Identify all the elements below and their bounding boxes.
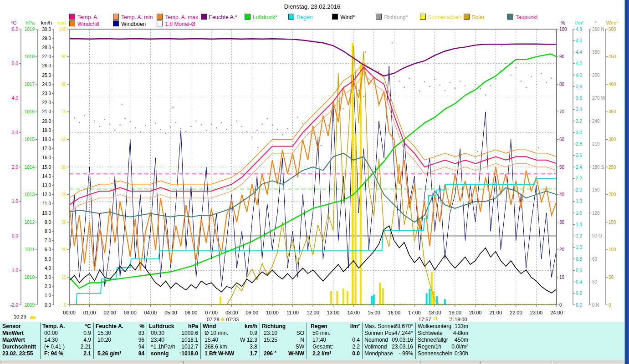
axis-label: 01:00 — [83, 310, 96, 315]
axis-label: 22:00 — [510, 310, 522, 315]
axis-label: 3.2 — [576, 119, 582, 124]
axis-label: 08:00 — [225, 310, 238, 315]
table-divider — [147, 323, 147, 359]
axis-label: 5.0 — [45, 257, 51, 262]
axis-label: 240 — [592, 119, 600, 124]
axis-label: 18:00 — [429, 310, 441, 315]
axis-label: 6.0 — [45, 247, 51, 252]
axis-label: 7.0 — [45, 238, 51, 243]
axis-label: 30 — [559, 220, 565, 225]
axis-label: 25.0 — [42, 73, 51, 78]
table-cell: 450m — [440, 337, 468, 343]
table-cell: 1018.1 — [157, 337, 198, 343]
table-cell: 0.0l/m² — [440, 344, 468, 350]
axis-label: 21:00 — [489, 310, 502, 315]
table-cell: MinWert — [2, 330, 24, 336]
window-edge — [624, 0, 629, 364]
axis-label: 03:00 — [124, 310, 137, 315]
axis-label: 3.8 — [576, 84, 582, 89]
status-bar-segment — [183, 361, 419, 364]
table-cell: Wind — [203, 323, 216, 329]
axis-label: km/h — [41, 20, 52, 25]
table-cell: 0:30h — [440, 350, 468, 357]
axis-label: 2.0 — [576, 187, 582, 192]
axis-label: 60 — [61, 137, 67, 142]
axis-label: 8.0 — [45, 229, 51, 234]
axis-label: 22.0 — [42, 100, 51, 105]
table-cell: MaxWert — [2, 337, 25, 343]
table-cell: 0.9 — [216, 330, 257, 336]
axis-label: 30.0 — [42, 27, 51, 32]
table-cell: 2.1 — [50, 350, 91, 357]
axis-label: -2.0 — [10, 303, 19, 308]
axis-label: 1.2 — [576, 233, 582, 238]
axis-label: 0 — [559, 303, 562, 308]
axis-label: 18.0 — [42, 137, 51, 142]
axis-label: 0.0 — [45, 303, 51, 308]
table-cell: hPa — [166, 323, 198, 329]
axis-label: 05:00 — [164, 310, 177, 315]
table-cell: 83 — [103, 330, 144, 336]
table-cell: N — [263, 337, 304, 343]
axis-label: 500 — [609, 27, 616, 32]
axis-label: 17:00 — [408, 310, 421, 315]
axis-label: 180 S — [592, 165, 604, 170]
table-cell: ↑1018.0 — [157, 350, 198, 357]
axis-label: 4.6 — [576, 38, 582, 43]
table-cell: 94 — [103, 344, 144, 350]
axis-label: 2.0 — [12, 165, 18, 170]
axis-label: 11.0 — [42, 201, 51, 206]
axis-label: 07:00 — [205, 310, 218, 315]
table-cell: l/m² — [328, 323, 360, 329]
axis-label: 0 — [64, 303, 66, 308]
table-cell: % — [113, 323, 144, 329]
axis-label: 3.6 — [576, 96, 582, 101]
axis-label: 40 — [559, 192, 565, 197]
table-cell: W 12.3 — [216, 337, 257, 343]
axis-label: 1019 — [25, 27, 35, 32]
axis-label: 00:00 — [63, 310, 76, 315]
axis-label: 15.0 — [42, 165, 51, 170]
table-cell: 96 — [103, 337, 144, 343]
axis-label: 0.0 — [576, 303, 582, 308]
axis-label: 28.0 — [42, 45, 51, 50]
axis-label: 0 N — [592, 303, 599, 308]
axis-label: 4.0 — [576, 73, 582, 78]
table-cell: Richtung — [262, 323, 286, 329]
axis-label: 14:00 — [347, 310, 360, 315]
axis-label: 07:28 — [207, 317, 220, 322]
axis-label: 400 — [609, 82, 616, 87]
table-divider — [93, 323, 94, 359]
axis-label: 23.0 — [42, 91, 51, 96]
axis-label: 0.4 — [576, 279, 582, 284]
axis-label: 3.0 — [12, 130, 18, 135]
axis-label: °C — [11, 20, 16, 25]
axis-label: 26.0 — [42, 63, 51, 68]
axis-label: 12.0 — [42, 192, 51, 197]
axis-label: 20.0 — [42, 119, 51, 124]
table-cell: 09.03.16 — [381, 337, 413, 343]
table-cell: -47,244° — [381, 330, 413, 336]
axis-label: 24:00 — [550, 310, 563, 315]
axis-label: 90 — [559, 54, 565, 59]
axis-label: 50 — [61, 165, 67, 170]
table-cell: 23.03.16 — [381, 344, 413, 350]
axis-label: 250 — [609, 165, 616, 170]
axis-label: 29.0 — [42, 36, 51, 41]
axis-label: 4.4 — [576, 50, 582, 55]
table-divider — [415, 323, 416, 359]
table-cell: Regen/1h — [418, 344, 441, 350]
axis-label: 330 — [592, 50, 600, 55]
axis-label: 10:29 — [14, 314, 26, 319]
table-cell: 0.0 — [319, 350, 360, 357]
axis-label: 06:00 — [185, 310, 198, 315]
table-cell: 50 min. — [312, 330, 330, 336]
table-cell: 133m — [440, 323, 468, 329]
axis-label: 1.0 — [45, 293, 51, 298]
axis-label: 1018 — [25, 54, 35, 59]
axis-label: 1016 — [25, 109, 35, 114]
table-cell: km/h — [225, 323, 257, 329]
axis-label: 90 — [61, 54, 67, 59]
axis-label: 1.0 — [576, 245, 582, 250]
chart-area: -2.0-1.00.01.02.03.04.05.06.0°C100910101… — [0, 0, 629, 324]
